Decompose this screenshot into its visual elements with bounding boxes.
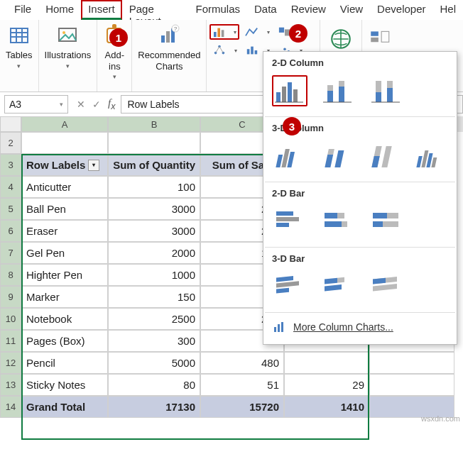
row-number[interactable]: 2 bbox=[0, 132, 21, 154]
cell[interactable]: Marker bbox=[21, 286, 108, 308]
cell[interactable] bbox=[108, 132, 200, 154]
cell[interactable]: 3000 bbox=[108, 198, 200, 220]
more-column-charts[interactable]: More Column Charts... bbox=[263, 313, 457, 341]
cell[interactable] bbox=[284, 352, 369, 374]
svg-rect-54 bbox=[334, 150, 344, 167]
menu-tab-hel[interactable]: Hel bbox=[432, 0, 463, 20]
clustered-column-3d[interactable] bbox=[272, 140, 307, 172]
row-number[interactable]: 10 bbox=[0, 308, 21, 330]
ribbon-group-illustrations[interactable]: Illustrations ▾ bbox=[39, 20, 98, 92]
hierarchy-chart-button[interactable]: ▾ bbox=[209, 43, 239, 58]
cell[interactable]: Ball Pen bbox=[21, 198, 108, 220]
cell[interactable]: Anticutter bbox=[21, 176, 108, 198]
cell[interactable]: 5000 bbox=[108, 352, 200, 374]
cell[interactable]: Gel Pen bbox=[21, 242, 108, 264]
clustered-bar-2d[interactable] bbox=[272, 206, 307, 237]
stacked-column-2d[interactable] bbox=[320, 75, 356, 106]
row-number[interactable]: 9 bbox=[0, 286, 21, 308]
cell[interactable]: 1410 bbox=[284, 396, 369, 418]
cell[interactable]: 100 bbox=[108, 176, 200, 198]
menu-tab-insert[interactable]: Insert bbox=[81, 0, 122, 20]
cell[interactable]: 3000 bbox=[108, 220, 200, 242]
fx-icon[interactable]: fx bbox=[108, 97, 115, 111]
svg-point-6 bbox=[62, 31, 65, 34]
cell[interactable]: Notebook bbox=[21, 308, 108, 330]
ribbon-group-recommended-charts[interactable]: ? Recommended Charts bbox=[132, 20, 207, 92]
svg-rect-25 bbox=[251, 47, 254, 55]
row-number[interactable]: 3 bbox=[0, 154, 21, 176]
ribbon-group-tables[interactable]: Tables ▾ bbox=[0, 20, 39, 92]
filter-button[interactable]: ▾ bbox=[88, 160, 99, 171]
cell[interactable]: Row Labels▾ bbox=[21, 154, 108, 176]
cell[interactable] bbox=[369, 352, 454, 374]
stacked-bar-100-3d[interactable] bbox=[369, 271, 404, 302]
stacked-bar-2d[interactable] bbox=[320, 206, 356, 237]
svg-rect-80 bbox=[373, 278, 386, 284]
cell[interactable]: Grand Total bbox=[21, 396, 108, 418]
row-number[interactable]: 7 bbox=[0, 242, 21, 264]
row-number[interactable]: 13 bbox=[0, 374, 21, 396]
clustered-column-2d[interactable] bbox=[272, 75, 307, 106]
stacked-column-100-3d[interactable] bbox=[366, 140, 401, 172]
svg-rect-17 bbox=[279, 28, 284, 33]
column-header[interactable]: B bbox=[108, 116, 200, 132]
menu-tab-page-layout[interactable]: Page Layout bbox=[122, 0, 189, 20]
enter-icon[interactable]: ✓ bbox=[92, 99, 101, 110]
column-chart-button[interactable]: ▾ bbox=[209, 24, 239, 40]
cell[interactable]: 51 bbox=[200, 374, 284, 396]
cell[interactable]: Pencil bbox=[21, 352, 108, 374]
cell[interactable]: 300 bbox=[108, 330, 200, 352]
menu-tab-view[interactable]: View bbox=[333, 0, 370, 20]
stacked-bar-3d[interactable] bbox=[320, 271, 356, 302]
cell[interactable] bbox=[369, 374, 454, 396]
cell[interactable]: Sum of Quantity bbox=[108, 154, 200, 176]
column-3d[interactable] bbox=[414, 140, 449, 172]
row-number[interactable]: 11 bbox=[0, 330, 21, 352]
cell[interactable]: 80 bbox=[108, 374, 200, 396]
cell[interactable]: 1000 bbox=[108, 264, 200, 286]
menu-tab-home[interactable]: Home bbox=[38, 0, 81, 20]
menu-tab-formulas[interactable]: Formulas bbox=[188, 0, 247, 20]
name-box[interactable]: A3 ▾ bbox=[4, 95, 68, 114]
cell[interactable]: Sticky Notes bbox=[21, 374, 108, 396]
row-number[interactable]: 4 bbox=[0, 176, 21, 198]
column-header[interactable]: A bbox=[21, 116, 108, 132]
cell[interactable]: 150 bbox=[108, 286, 200, 308]
tables-label: Tables bbox=[6, 50, 33, 61]
cell[interactable]: 15720 bbox=[200, 396, 284, 418]
cell[interactable]: Pages (Box) bbox=[21, 330, 108, 352]
gallery-section-title: 2-D Column bbox=[263, 52, 457, 72]
cell[interactable]: Highter Pen bbox=[21, 264, 108, 286]
menu-tab-review[interactable]: Review bbox=[284, 0, 333, 20]
cell[interactable]: 29 bbox=[284, 374, 369, 396]
cancel-icon[interactable]: ✕ bbox=[77, 99, 85, 110]
svg-rect-77 bbox=[337, 277, 344, 283]
svg-rect-42 bbox=[339, 81, 344, 87]
clustered-bar-3d[interactable] bbox=[272, 271, 307, 302]
menu-tab-file[interactable]: File bbox=[7, 0, 38, 20]
menu-tab-data[interactable]: Data bbox=[247, 0, 284, 20]
row-number[interactable]: 12 bbox=[0, 352, 21, 374]
stacked-bar-100-2d[interactable] bbox=[369, 206, 404, 237]
row-number[interactable]: 6 bbox=[0, 220, 21, 242]
svg-rect-82 bbox=[274, 327, 276, 332]
stacked-column-100-2d[interactable] bbox=[369, 75, 404, 106]
row-number[interactable]: 5 bbox=[0, 198, 21, 220]
svg-rect-78 bbox=[325, 284, 342, 292]
cell[interactable]: 2000 bbox=[108, 242, 200, 264]
select-all-corner[interactable] bbox=[0, 116, 21, 132]
cell[interactable] bbox=[21, 132, 108, 154]
addins-label: Add- ins bbox=[105, 50, 124, 72]
row-number[interactable]: 14 bbox=[0, 396, 21, 418]
cell[interactable]: 2500 bbox=[108, 308, 200, 330]
svg-rect-72 bbox=[373, 221, 383, 227]
line-chart-button[interactable]: ▾ bbox=[242, 24, 272, 40]
row-number[interactable]: 8 bbox=[0, 264, 21, 286]
cell[interactable]: 17130 bbox=[108, 396, 200, 418]
recommended-charts-icon: ? bbox=[158, 24, 180, 47]
menu-tab-developer[interactable]: Developer bbox=[370, 0, 432, 20]
cell[interactable]: Eraser bbox=[21, 220, 108, 242]
cell[interactable]: 480 bbox=[200, 352, 284, 374]
stacked-column-3d[interactable] bbox=[320, 140, 354, 172]
svg-rect-37 bbox=[293, 89, 298, 102]
